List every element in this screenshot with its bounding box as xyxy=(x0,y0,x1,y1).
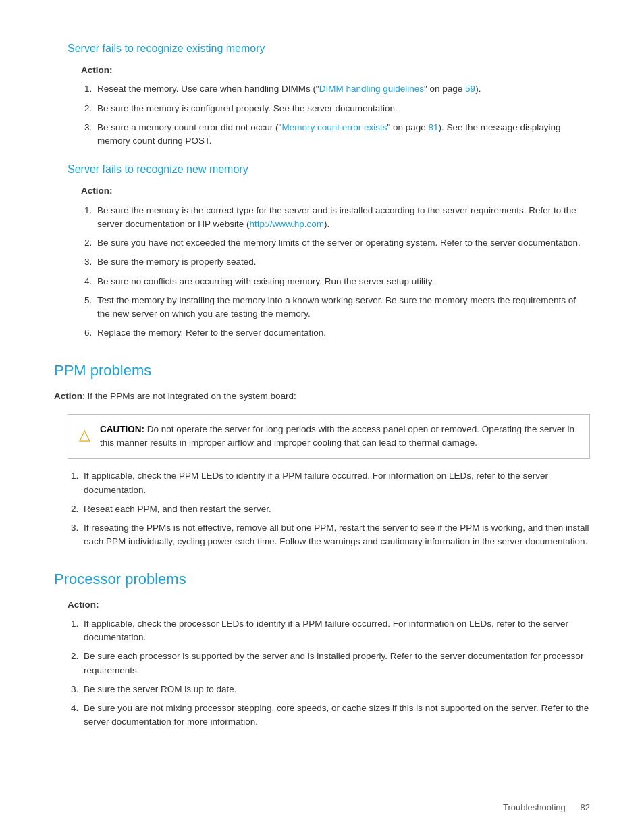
item-text: Reseat the memory. Use care when handlin… xyxy=(97,84,481,94)
list-item: Be sure the server ROM is up to date. xyxy=(81,683,590,696)
caution-content: CAUTION: Do not operate the server for l… xyxy=(100,423,579,450)
item-text: Replace the memory. Refer to the server … xyxy=(97,328,326,338)
new-memory-list: Be sure the memory is the correct type f… xyxy=(81,204,590,340)
list-item: Be sure the memory is the correct type f… xyxy=(95,204,590,232)
item-text: Reseat each PPM, and then restart the se… xyxy=(84,504,271,514)
ppm-list: If applicable, check the PPM LEDs to ide… xyxy=(68,469,590,548)
ppm-problems-section: PPM problems Action: If the PPMs are not… xyxy=(54,359,590,549)
list-item: Reseat each PPM, and then restart the se… xyxy=(81,502,590,516)
item-text: Be sure no conflicts are occurring with … xyxy=(97,276,434,286)
item-text: Be sure you have not exceeded the memory… xyxy=(97,238,581,248)
processor-list: If applicable, check the processor LEDs … xyxy=(68,617,590,729)
item-text: If reseating the PPMs is not effective, … xyxy=(84,523,589,546)
list-item: Be sure you have not exceeded the memory… xyxy=(95,236,590,250)
caution-box: △ CAUTION: Do not operate the server for… xyxy=(68,414,590,459)
ppm-action-bold: Action xyxy=(54,391,82,401)
item-text: Be sure the memory is properly seated. xyxy=(97,257,257,267)
memory-count-link[interactable]: Memory count error exists xyxy=(281,122,387,132)
processor-action-label: Action: xyxy=(68,598,590,612)
processor-action-bold: Action xyxy=(68,600,96,610)
item-text: Test the memory by installing the memory… xyxy=(97,295,576,319)
list-item: Be sure no conflicts are occurring with … xyxy=(95,275,590,288)
item-text: Be sure the server ROM is up to date. xyxy=(84,684,237,694)
dimm-link[interactable]: DIMM handling guidelines xyxy=(319,84,424,94)
item-text: Be sure the memory is configured properl… xyxy=(97,103,398,113)
page-container: Server fails to recognize existing memor… xyxy=(0,0,644,834)
item-text: Be sure each processor is supported by t… xyxy=(84,651,583,675)
ppm-problems-title: PPM problems xyxy=(54,359,590,382)
caution-triangle-icon: △ xyxy=(79,423,90,446)
processor-problems-section: Processor problems Action: If applicable… xyxy=(54,568,590,729)
footer-spacer xyxy=(568,802,577,812)
page-footer: Troubleshooting 82 xyxy=(503,801,590,814)
footer-label: Troubleshooting xyxy=(503,802,566,812)
list-item: Be sure each processor is supported by t… xyxy=(81,650,590,677)
item-text: If applicable, check the processor LEDs … xyxy=(84,619,568,642)
list-item: If applicable, check the processor LEDs … xyxy=(81,617,590,645)
existing-memory-section: Server fails to recognize existing memor… xyxy=(68,41,590,148)
page-81-link[interactable]: 81 xyxy=(429,122,439,132)
page-59-link[interactable]: 59 xyxy=(465,84,475,94)
item-text: Be sure a memory count error did not occ… xyxy=(97,122,560,146)
caution-label: CAUTION: xyxy=(100,424,144,434)
new-memory-action-label: Action: xyxy=(81,184,590,198)
item-text: If applicable, check the PPM LEDs to ide… xyxy=(84,471,548,494)
footer-page-number: 82 xyxy=(581,802,590,812)
existing-memory-title: Server fails to recognize existing memor… xyxy=(68,41,590,57)
existing-memory-list: Reseat the memory. Use care when handlin… xyxy=(81,82,590,148)
hp-website-link[interactable]: http://www.hp.com xyxy=(250,219,324,229)
new-memory-title: Server fails to recognize new memory xyxy=(68,161,590,178)
existing-memory-action-label: Action: xyxy=(81,63,590,77)
caution-text: Do not operate the server for long perio… xyxy=(100,424,574,448)
list-item: If reseating the PPMs is not effective, … xyxy=(81,521,590,549)
item-text: Be sure you are not mixing processor ste… xyxy=(84,703,589,727)
list-item: Be sure the memory is properly seated. xyxy=(95,255,590,269)
list-item: Be sure the memory is configured properl… xyxy=(95,102,590,115)
item-text: Be sure the memory is the correct type f… xyxy=(97,205,576,229)
list-item: Test the memory by installing the memory… xyxy=(95,294,590,321)
list-item: Reseat the memory. Use care when handlin… xyxy=(95,82,590,96)
list-item: Be sure you are not mixing processor ste… xyxy=(81,702,590,729)
processor-problems-title: Processor problems xyxy=(54,568,590,590)
ppm-action-intro: Action: If the PPMs are not integrated o… xyxy=(54,390,590,403)
list-item: If applicable, check the PPM LEDs to ide… xyxy=(81,469,590,497)
list-item: Replace the memory. Refer to the server … xyxy=(95,326,590,340)
list-item: Be sure a memory count error did not occ… xyxy=(95,121,590,149)
new-memory-section: Server fails to recognize new memory Act… xyxy=(68,161,590,340)
